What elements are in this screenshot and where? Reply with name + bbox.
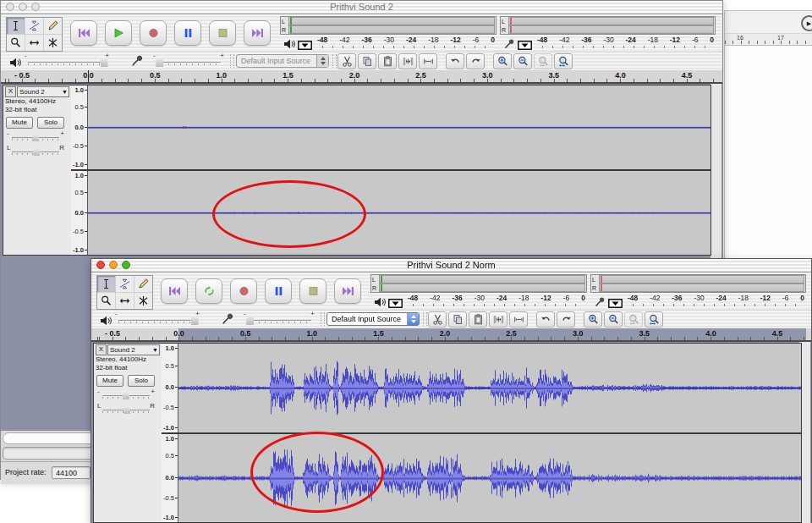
slider-thumb[interactable] xyxy=(123,405,130,414)
zoom-tool-icon[interactable] xyxy=(7,35,25,51)
output-volume-slider[interactable]: - + xyxy=(113,312,201,326)
forward-button[interactable] xyxy=(244,20,271,46)
waveform-channel-left[interactable] xyxy=(178,344,801,432)
vertical-ruler[interactable]: 1.00.50.0-0.5-1.0 xyxy=(162,344,178,432)
meter-dropdown-icon[interactable] xyxy=(298,38,312,47)
copy-button[interactable] xyxy=(448,311,467,328)
gain-slider[interactable]: - + xyxy=(97,388,155,401)
toolbar-grip[interactable] xyxy=(423,312,427,326)
input-volume-slider[interactable]: - + xyxy=(151,54,226,68)
zoom-tool-icon[interactable] xyxy=(97,293,115,309)
zoom-fit-button[interactable] xyxy=(554,53,573,69)
meter-dropdown-icon[interactable] xyxy=(388,296,403,306)
selection-tool-icon[interactable] xyxy=(7,18,25,34)
pan-slider[interactable]: L R xyxy=(97,403,155,416)
toolbar-grip[interactable] xyxy=(321,312,325,326)
waveform-channel-left[interactable] xyxy=(88,85,710,169)
silence-button[interactable] xyxy=(419,53,437,69)
playback-meter[interactable]: LR-48-42-36-30-24-18-12-60 xyxy=(280,16,497,51)
track-control-panel: X Sound 2 ▼ Stereo, 44100Hz 32-bit float… xyxy=(94,344,162,522)
slider-thumb[interactable] xyxy=(123,391,129,399)
vertical-ruler[interactable]: 1.00.50.0-0.5-1.0 xyxy=(162,434,178,523)
mute-button[interactable]: Mute xyxy=(96,375,123,387)
paste-button[interactable] xyxy=(469,311,487,328)
waveform-channel-right[interactable] xyxy=(88,171,710,255)
timeline-label: 4.0 xyxy=(615,71,626,80)
copy-button[interactable] xyxy=(358,53,376,69)
background-timeline-ruler[interactable]: 16 17 xyxy=(725,34,812,46)
slider-thumb[interactable] xyxy=(156,57,163,67)
zoom-out-button[interactable] xyxy=(604,311,623,328)
redo-button[interactable] xyxy=(466,53,485,69)
timeline-ruler[interactable]: - 0.50.00.51.01.52.02.53.03.54.04.5 xyxy=(1,70,722,84)
playback-meter[interactable]: LR-48-42-36-30-24-18-12-60 xyxy=(370,274,587,309)
forward-button[interactable] xyxy=(334,278,361,304)
record-button[interactable] xyxy=(230,278,257,304)
timeline-ruler[interactable]: - 0.50.00.51.01.52.02.53.03.54.04.5 xyxy=(91,328,811,342)
stop-button[interactable] xyxy=(299,278,326,304)
meter-dropdown-icon[interactable] xyxy=(518,38,532,47)
timeshift-tool-icon[interactable] xyxy=(25,35,43,51)
title-bar[interactable]: Prithvi Sound 2 Norm xyxy=(91,259,811,273)
recording-meter[interactable]: LR-48-42-36-30-24-18-12-60 xyxy=(500,16,716,51)
mute-button[interactable]: Mute xyxy=(6,117,33,129)
paste-button[interactable] xyxy=(378,53,397,69)
track-close-button[interactable]: X xyxy=(96,344,107,355)
trim-button[interactable] xyxy=(489,311,508,328)
play-button[interactable] xyxy=(105,20,132,46)
draw-tool-icon[interactable] xyxy=(44,18,62,34)
input-source-select[interactable]: Default Input Source xyxy=(326,312,420,326)
multi-tool-icon[interactable] xyxy=(134,293,152,309)
vertical-ruler[interactable]: 1.00.50.0-0.5-1.0 xyxy=(71,85,88,169)
stop-button[interactable] xyxy=(209,20,236,46)
zoom-selection-button[interactable] xyxy=(624,311,643,328)
meter-dropdown-icon[interactable] xyxy=(608,296,623,306)
slider-thumb[interactable] xyxy=(246,315,254,325)
timeshift-tool-icon[interactable] xyxy=(116,293,134,309)
input-volume-slider[interactable]: - + xyxy=(242,312,316,326)
toolbar-grip[interactable] xyxy=(332,54,337,68)
record-button[interactable] xyxy=(140,20,167,46)
project-rate-value[interactable]: 44100 xyxy=(52,466,91,479)
pan-slider[interactable]: L R xyxy=(7,145,64,157)
zoom-fit-button[interactable] xyxy=(645,311,663,328)
envelope-tool-icon[interactable] xyxy=(25,18,43,34)
slider-thumb[interactable] xyxy=(33,147,40,156)
redo-button[interactable] xyxy=(557,311,575,328)
recording-meter[interactable]: LR-48-42-36-30-24-18-12-60 xyxy=(590,274,806,309)
transport-toolbar xyxy=(70,20,271,46)
loop-play-button[interactable] xyxy=(195,278,222,304)
input-source-select[interactable]: Default Input Source xyxy=(236,54,329,68)
amplitude-label: 0.5 xyxy=(75,189,84,196)
play-circle-icon[interactable]: ▶ xyxy=(801,15,812,31)
selection-tool-icon[interactable] xyxy=(97,276,115,292)
toolbar-grip[interactable] xyxy=(230,54,234,68)
silence-button[interactable] xyxy=(509,311,528,328)
solo-button[interactable]: Solo xyxy=(128,375,155,387)
cut-button[interactable] xyxy=(337,53,356,69)
track-title-menu[interactable]: Sound 2 ▼ xyxy=(17,86,69,97)
rewind-button[interactable] xyxy=(70,20,97,46)
pause-button[interactable] xyxy=(265,278,292,304)
cut-button[interactable] xyxy=(428,311,447,328)
draw-tool-icon[interactable] xyxy=(134,276,152,292)
zoom-in-button[interactable] xyxy=(493,53,512,69)
zoom-in-button[interactable] xyxy=(584,311,602,328)
title-bar[interactable]: Prithvi Sound 2 xyxy=(1,1,722,14)
zoom-selection-button[interactable] xyxy=(534,53,552,69)
solo-button[interactable]: Solo xyxy=(37,117,64,129)
trim-button[interactable] xyxy=(398,53,417,69)
track-title-menu[interactable]: Sound 2 ▼ xyxy=(107,344,160,355)
vertical-ruler[interactable]: 1.00.50.0-0.5-1.0 xyxy=(71,171,88,255)
gain-slider[interactable]: - + xyxy=(7,130,64,143)
multi-tool-icon[interactable] xyxy=(44,35,62,51)
rewind-button[interactable] xyxy=(161,278,188,304)
undo-button[interactable] xyxy=(536,311,555,328)
zoom-out-button[interactable] xyxy=(513,53,532,69)
undo-button[interactable] xyxy=(446,53,464,69)
output-volume-slider[interactable]: - + xyxy=(23,54,111,68)
track-close-button[interactable]: X xyxy=(5,86,16,97)
slider-thumb[interactable] xyxy=(32,133,39,141)
pause-button[interactable] xyxy=(174,20,201,46)
envelope-tool-icon[interactable] xyxy=(116,276,134,292)
